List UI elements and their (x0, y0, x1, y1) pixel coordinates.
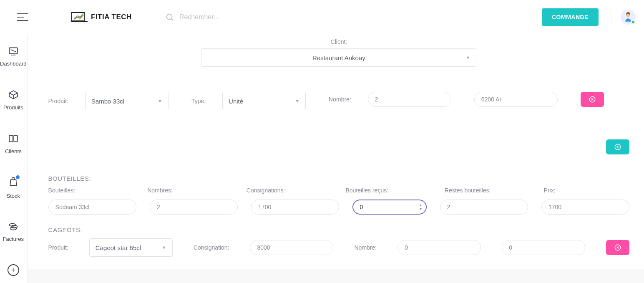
restes-input[interactable] (440, 200, 528, 215)
svg-rect-8 (9, 135, 13, 142)
menu-toggle[interactable] (17, 9, 33, 25)
content: Client: Restaurant Ankoay ▼ Produit: Sam… (28, 34, 644, 283)
cageots-consignation-label: Consignation: (194, 244, 229, 251)
cageots-section-title: CAGEOTS: (48, 226, 630, 233)
logo[interactable]: FITIA TECH (71, 11, 132, 23)
sidebar: Dashboard Produits Clients Stock Facture… (0, 34, 28, 283)
cageots-number-input[interactable] (397, 240, 481, 255)
plus-icon: + (8, 264, 19, 276)
add-product-button[interactable] (606, 139, 629, 154)
prix-input[interactable] (541, 200, 629, 215)
notification-dot (16, 175, 20, 179)
close-circle-icon (614, 244, 621, 251)
type-group: Type: Unité ▼ (191, 92, 306, 110)
sidebar-item-label: Stock (7, 193, 20, 199)
type-select[interactable]: Unité ▼ (222, 92, 306, 110)
col-prix: Prix: (544, 187, 630, 194)
clients-icon (8, 133, 19, 144)
product-form-row: Produit: Sambo 33cl ▼ Type: Unité ▼ Nomb… (48, 92, 630, 110)
col-recus: Bouteilles reçus: (345, 187, 431, 194)
recus-input[interactable] (352, 200, 426, 215)
svg-point-12 (10, 227, 16, 230)
number-group: Nombre: (329, 92, 451, 107)
cageots-consignation-input[interactable] (250, 240, 333, 255)
col-nombres: Nombres: (147, 187, 233, 194)
online-indicator (631, 20, 635, 24)
sidebar-item-label: Produits (3, 104, 23, 111)
plus-circle-icon (614, 143, 621, 151)
remove-cageot-button[interactable] (606, 240, 629, 255)
product-group: Produit: Sambo 33cl ▼ (48, 92, 169, 110)
sidebar-add[interactable]: + (0, 253, 27, 283)
product-select-value: Sambo 33cl (91, 98, 124, 105)
col-restes: Restes bouteilles: (445, 187, 531, 194)
bottles-header: Bouteilles: Nombres: Consignations: Bout… (48, 187, 630, 194)
bouteilles-input[interactable] (48, 200, 136, 215)
chevron-down-icon: ▼ (295, 99, 299, 104)
client-select-value: Restaurant Ankoay (312, 54, 365, 61)
price-input[interactable] (474, 92, 558, 107)
sidebar-item-dashboard[interactable]: Dashboard (0, 34, 27, 78)
dashboard-icon (8, 45, 19, 56)
user-avatar[interactable] (621, 10, 636, 25)
svg-rect-0 (72, 13, 84, 21)
sidebar-item-produits[interactable]: Produits (0, 78, 27, 122)
search-input[interactable] (179, 13, 304, 21)
sidebar-item-factures[interactable]: Factures (0, 210, 27, 253)
sidebar-item-clients[interactable]: Clients (0, 122, 27, 166)
product-select[interactable]: Sambo 33cl ▼ (85, 92, 169, 110)
logo-icon (71, 11, 88, 23)
number-label: Nombre: (329, 96, 351, 103)
svg-line-2 (171, 19, 173, 20)
client-label: Client: (48, 38, 630, 45)
sidebar-item-stock[interactable]: Stock (0, 166, 27, 210)
chevron-down-icon: ▼ (466, 55, 470, 60)
svg-point-1 (167, 14, 172, 19)
close-circle-icon (589, 96, 596, 103)
chevron-down-icon: ▼ (158, 99, 162, 104)
header: FITIA TECH COMMANDE (0, 0, 644, 34)
cageots-product-select[interactable]: Cageot star 65cl ▼ (89, 238, 173, 257)
client-row: Client: Restaurant Ankoay ▼ (48, 38, 630, 67)
sidebar-item-label: Factures (3, 236, 24, 242)
box-icon (8, 89, 19, 100)
avatar-container (611, 10, 636, 25)
bottles-row: ▲▼ (48, 200, 630, 215)
type-label: Type: (191, 98, 206, 104)
consignations-input[interactable] (251, 200, 339, 215)
sidebar-item-label: Clients (5, 148, 22, 154)
product-label: Produit: (48, 98, 68, 104)
search-icon (165, 13, 174, 22)
remove-product-button[interactable] (581, 92, 604, 107)
cageots-row: Produit: Cageot star 65cl ▼ Consignation… (48, 238, 630, 257)
cageots-product-value: Cageot star 65cl (96, 244, 141, 251)
sidebar-item-label: Dashboard (0, 61, 27, 67)
cageots-product-label: Produit: (48, 244, 68, 251)
cageots-number-label: Nombre: (354, 244, 377, 251)
svg-line-6 (10, 50, 16, 52)
nombres-input[interactable] (150, 200, 238, 215)
number-spinner[interactable]: ▲▼ (419, 204, 423, 211)
stock-icon-wrap (8, 176, 19, 189)
bottles-section-title: BOUTEILLES: (48, 175, 630, 182)
number-input[interactable] (368, 92, 451, 107)
svg-rect-9 (14, 135, 18, 142)
type-select-value: Unité (229, 98, 243, 105)
cageots-second-input[interactable] (502, 240, 585, 255)
commande-button[interactable]: COMMANDE (542, 8, 599, 26)
recus-wrap: ▲▼ (352, 200, 426, 215)
client-select[interactable]: Restaurant Ankoay ▼ (201, 48, 476, 67)
money-icon (8, 221, 19, 232)
chevron-down-icon: ▼ (162, 245, 166, 250)
add-row-container (48, 123, 630, 163)
logo-text: FITIA TECH (91, 13, 132, 21)
search-box (165, 13, 542, 22)
col-bouteilles: Bouteilles: (48, 187, 134, 194)
col-consignations: Consignations: (247, 187, 332, 194)
